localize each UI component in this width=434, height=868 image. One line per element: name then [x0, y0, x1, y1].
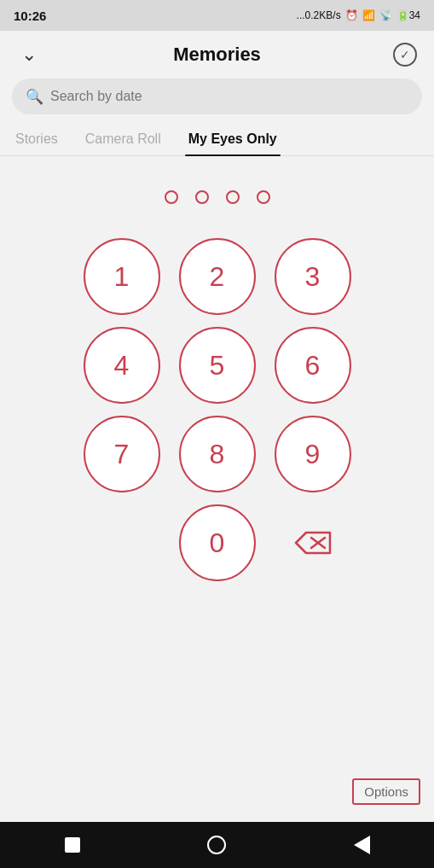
options-bar: Options	[0, 768, 434, 822]
android-back-button[interactable]	[349, 832, 374, 858]
wifi-icon: 📡	[379, 9, 392, 21]
check-circle-icon	[393, 43, 417, 67]
search-icon: 🔍	[26, 88, 43, 106]
keypad: 1 2 3 4 5 6 7 8 9 0	[84, 238, 351, 581]
tab-my-eyes-only[interactable]: My Eyes Only	[185, 123, 281, 155]
back-button[interactable]: ⌄	[14, 39, 44, 70]
signal-icon: 📶	[362, 9, 375, 21]
keypad-row-4: 0	[84, 504, 351, 581]
pin-dot-4	[257, 190, 270, 204]
pin-dots	[165, 190, 270, 204]
pin-area: 1 2 3 4 5 6 7 8 9 0	[0, 156, 434, 768]
svg-marker-0	[296, 533, 330, 553]
status-bar: 10:26 ...0.2KB/s ⏰ 📶 📡 🔋34	[0, 0, 434, 31]
key-6[interactable]: 6	[275, 327, 351, 404]
search-bar[interactable]: 🔍	[12, 79, 422, 114]
status-time: 10:26	[14, 9, 46, 23]
options-button[interactable]: Options	[352, 778, 420, 805]
key-7[interactable]: 7	[84, 416, 160, 492]
tabs-bar: Stories Camera Roll My Eyes Only	[0, 123, 434, 156]
search-bar-wrapper: 🔍	[0, 79, 434, 123]
key-1[interactable]: 1	[84, 238, 160, 315]
key-empty	[84, 504, 160, 581]
key-3[interactable]: 3	[275, 238, 351, 315]
alarm-icon: ⏰	[345, 9, 358, 21]
battery-icon: 🔋34	[396, 9, 420, 21]
chevron-down-icon: ⌄	[21, 44, 37, 66]
keypad-row-3: 7 8 9	[84, 416, 351, 492]
key-8[interactable]: 8	[179, 416, 256, 492]
backspace-button[interactable]	[275, 504, 351, 581]
key-2[interactable]: 2	[179, 238, 256, 315]
key-9[interactable]: 9	[275, 416, 351, 492]
page-title: Memories	[173, 44, 261, 66]
android-home-button[interactable]	[204, 832, 229, 858]
key-4[interactable]: 4	[84, 327, 160, 404]
search-input[interactable]	[50, 89, 408, 104]
keypad-row-2: 4 5 6	[84, 327, 351, 404]
android-square-button[interactable]	[60, 832, 85, 858]
keypad-row-1: 1 2 3	[84, 238, 351, 315]
bottom-nav	[0, 822, 434, 868]
key-0[interactable]: 0	[179, 504, 256, 581]
tab-camera-roll[interactable]: Camera Roll	[82, 123, 165, 155]
top-nav: ⌄ Memories	[0, 31, 434, 79]
backspace-icon	[294, 529, 332, 556]
tab-stories[interactable]: Stories	[12, 123, 61, 155]
pin-dot-1	[165, 190, 178, 204]
pin-dot-3	[226, 190, 240, 204]
key-5[interactable]: 5	[179, 327, 256, 404]
pin-dot-2	[195, 190, 209, 204]
check-button[interactable]	[390, 39, 420, 70]
network-indicator: ...0.2KB/s	[297, 9, 341, 21]
triangle-icon	[354, 836, 370, 854]
status-icons: ...0.2KB/s ⏰ 📶 📡 🔋34	[297, 9, 420, 21]
square-icon	[65, 837, 80, 853]
circle-icon	[207, 836, 226, 854]
